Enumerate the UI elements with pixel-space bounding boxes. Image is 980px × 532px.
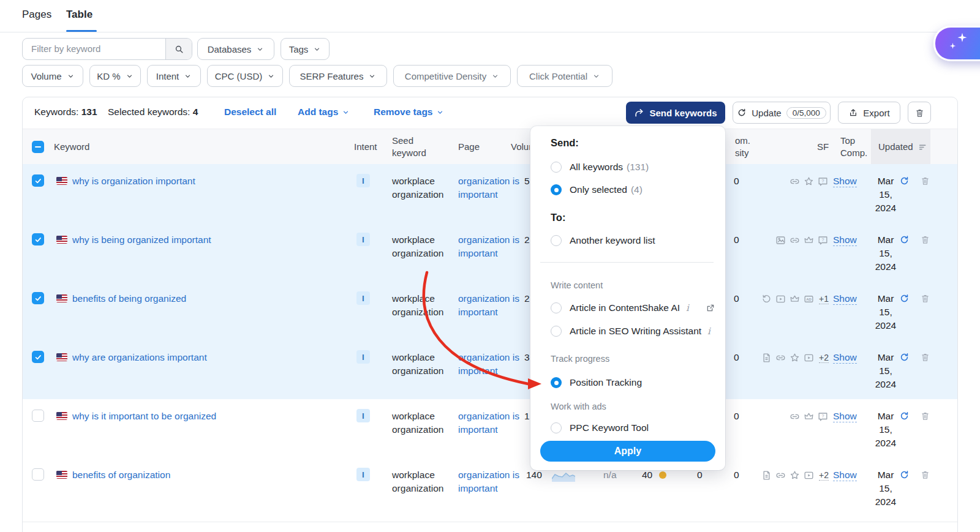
top-comp-show-link[interactable]: Show: [833, 176, 857, 187]
info-icon[interactable]: i: [707, 326, 710, 337]
update-button[interactable]: Update 0/5,000: [733, 102, 831, 124]
trash-icon[interactable]: [920, 352, 930, 362]
keyword-link[interactable]: benefits of organization: [72, 470, 170, 481]
click-potential-filter-label: Click Potential: [529, 71, 587, 81]
tab-table[interactable]: Table: [66, 9, 92, 21]
radio-contentshake[interactable]: [551, 302, 562, 313]
page-link[interactable]: organization is important: [458, 174, 519, 201]
row-checkbox[interactable]: [32, 174, 44, 187]
star-icon: [789, 470, 801, 481]
click-potential-filter[interactable]: Click Potential: [517, 65, 612, 87]
keyword-link[interactable]: why is organization important: [72, 176, 195, 187]
delete-all-button[interactable]: [908, 102, 931, 124]
page-link[interactable]: organization is important: [458, 292, 519, 319]
serp-features-cell: [776, 411, 829, 422]
info-icon[interactable]: i: [686, 302, 689, 313]
top-comp-show-link[interactable]: Show: [833, 411, 857, 422]
header-seed-keyword[interactable]: Seed keyword: [392, 135, 426, 159]
deselect-all-link[interactable]: Deselect all: [224, 107, 276, 118]
trash-icon[interactable]: [920, 176, 930, 186]
refresh-icon[interactable]: [899, 352, 910, 362]
header-sf[interactable]: SF: [817, 141, 829, 153]
competitive-density-filter[interactable]: Competitive Density: [393, 65, 511, 87]
top-comp-show-link[interactable]: Show: [833, 470, 857, 481]
send-keywords-button[interactable]: Send keywords: [626, 102, 725, 124]
radio-another-keyword-list[interactable]: [551, 235, 562, 246]
trash-icon[interactable]: [920, 293, 930, 304]
row-checkbox[interactable]: [32, 410, 44, 422]
kd-filter[interactable]: KD %: [89, 65, 141, 87]
keyword-link[interactable]: why is it important to be organized: [72, 411, 216, 422]
apply-button[interactable]: Apply: [540, 441, 715, 462]
page-link[interactable]: organization is important: [458, 410, 519, 436]
top-comp-show-link[interactable]: Show: [833, 293, 857, 305]
tab-pages[interactable]: Pages: [22, 9, 51, 21]
export-button[interactable]: Export: [838, 102, 900, 124]
serp-more-count[interactable]: +2: [819, 470, 829, 481]
history-icon: [761, 293, 772, 305]
option-contentshake[interactable]: Article in ContentShake AI i: [551, 302, 715, 313]
volume-value: 2: [524, 293, 530, 304]
header-intent[interactable]: Intent: [354, 141, 377, 153]
option-only-selected[interactable]: Only selected (4): [551, 184, 715, 195]
header-com-density[interactable]: om. sity: [735, 135, 750, 159]
trash-icon[interactable]: [920, 470, 930, 480]
option-position-tracking[interactable]: Position Tracking: [551, 377, 715, 388]
refresh-icon[interactable]: [899, 176, 910, 186]
radio-all-keywords[interactable]: [551, 162, 562, 173]
row-checkbox[interactable]: [32, 292, 44, 304]
refresh-icon[interactable]: [899, 293, 910, 304]
row-checkbox[interactable]: [32, 233, 44, 245]
star-icon: [803, 176, 815, 187]
row-checkbox[interactable]: [32, 351, 44, 363]
header-updated[interactable]: Updated: [878, 141, 913, 153]
page-link[interactable]: organization is important: [458, 233, 519, 260]
top-comp-show-link[interactable]: Show: [833, 352, 857, 364]
radio-only-selected[interactable]: [551, 184, 562, 195]
radio-seo-writing-assistant[interactable]: [551, 326, 562, 337]
header-keyword[interactable]: Keyword: [54, 141, 89, 153]
search-button[interactable]: [165, 39, 192, 59]
serp-features-cell: +2: [748, 352, 829, 364]
option-another-keyword-list[interactable]: Another keyword list: [551, 235, 715, 246]
doc-icon: [761, 352, 772, 364]
header-com-density-frag2: sity: [735, 147, 750, 159]
active-tab-underline: [66, 30, 97, 32]
option-ppc-keyword-tool[interactable]: PPC Keyword Tool: [551, 422, 715, 433]
intent-filter[interactable]: Intent: [147, 65, 201, 87]
refresh-icon[interactable]: [899, 234, 910, 245]
tags-filter[interactable]: Tags: [281, 38, 330, 60]
databases-filter[interactable]: Databases: [197, 38, 274, 60]
page-link[interactable]: organization is important: [458, 351, 519, 378]
radio-ppc-keyword-tool[interactable]: [551, 422, 562, 433]
external-link-icon[interactable]: [706, 303, 715, 313]
refresh-icon[interactable]: [899, 470, 910, 480]
cpc-filter[interactable]: CPC (USD): [207, 65, 283, 87]
volume-filter[interactable]: Volume: [22, 65, 83, 87]
header-top-comp[interactable]: Top Comp.: [840, 135, 867, 159]
sort-icon[interactable]: [918, 142, 928, 152]
intent-badge: I: [356, 174, 370, 187]
add-tags-dropdown[interactable]: Add tags: [298, 107, 350, 118]
refresh-icon[interactable]: [899, 411, 910, 421]
keyword-link[interactable]: why are organizations important: [72, 352, 207, 363]
selected-count-value: 4: [193, 107, 198, 117]
row-checkbox[interactable]: [32, 468, 44, 481]
header-page[interactable]: Page: [458, 141, 480, 153]
remove-tags-dropdown[interactable]: Remove tags: [374, 107, 444, 118]
option-seo-writing-assistant[interactable]: Article in SEO Writing Assistant i: [551, 326, 715, 337]
keyword-link[interactable]: benefits of being organized: [72, 293, 186, 304]
serp-features-filter[interactable]: SERP Features: [289, 65, 387, 87]
radio-position-tracking[interactable]: [551, 377, 562, 388]
option-all-keywords[interactable]: All keywords (131): [551, 162, 715, 173]
keyword-filter-input[interactable]: [30, 43, 161, 54]
ai-assistant-button[interactable]: [933, 26, 980, 61]
keyword-link[interactable]: why is being organized important: [72, 234, 211, 245]
trash-icon[interactable]: [920, 234, 930, 245]
trash-icon[interactable]: [920, 411, 930, 421]
page-link[interactable]: organization is important: [458, 468, 519, 495]
top-comp-show-link[interactable]: Show: [833, 234, 857, 246]
serp-more-count[interactable]: +2: [819, 353, 829, 363]
serp-more-count[interactable]: +1: [819, 294, 829, 304]
select-all-checkbox[interactable]: [32, 141, 44, 153]
